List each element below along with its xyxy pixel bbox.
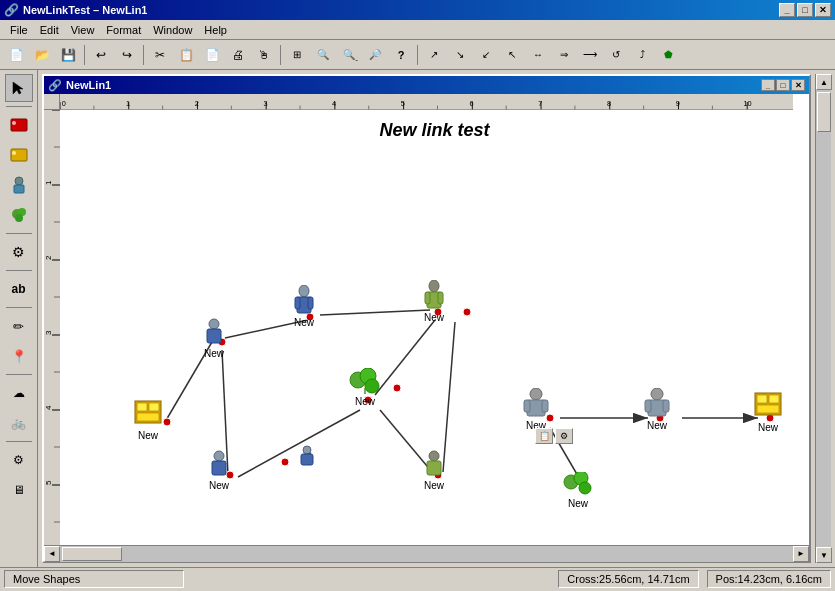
- node-n10[interactable]: New: [643, 388, 671, 431]
- link-tool-5[interactable]: ⤴: [630, 43, 654, 67]
- cloud-tool-button[interactable]: ☁: [5, 379, 33, 407]
- doc-maximize-button[interactable]: □: [776, 79, 790, 91]
- node-n1[interactable]: New: [203, 318, 225, 359]
- svg-rect-107: [427, 461, 441, 475]
- link-tool-4[interactable]: ↺: [604, 43, 628, 67]
- scroll-left-button[interactable]: ◄: [44, 546, 60, 562]
- arrow-tool-1[interactable]: ↗: [422, 43, 446, 67]
- canvas-drawing-area[interactable]: New link test: [60, 110, 809, 545]
- link-tool-3[interactable]: ⟶: [578, 43, 602, 67]
- text-tool-button[interactable]: ab: [5, 275, 33, 303]
- node-n9-toolbar: 📋 ⚙: [535, 428, 573, 444]
- svg-point-108: [209, 319, 219, 329]
- paste-button[interactable]: 📄: [200, 43, 224, 67]
- undo-button[interactable]: ↩: [89, 43, 113, 67]
- svg-rect-95: [308, 297, 313, 309]
- pencil-tool-button[interactable]: ✏: [5, 312, 33, 340]
- scroll-thumb[interactable]: [62, 547, 122, 561]
- node-n5[interactable]: [298, 445, 316, 469]
- svg-rect-94: [295, 297, 300, 309]
- gear-tool-button[interactable]: ⚙: [5, 238, 33, 266]
- menu-format[interactable]: Format: [100, 22, 147, 38]
- svg-text:1: 1: [126, 99, 130, 108]
- node-toolbar-btn-1[interactable]: 📋: [535, 428, 553, 444]
- node-n6[interactable]: New: [348, 368, 382, 407]
- node-toolbar-btn-2[interactable]: ⚙: [555, 428, 573, 444]
- print-button[interactable]: 🖨: [226, 43, 250, 67]
- monitor-tool-button[interactable]: 🖥: [5, 476, 33, 504]
- save-button[interactable]: 💾: [56, 43, 80, 67]
- document-title-bar: 🔗 NewLin1 _ □ ✕: [44, 76, 809, 94]
- svg-rect-91: [137, 413, 159, 421]
- scroll-v-thumb[interactable]: [817, 92, 831, 132]
- menu-file[interactable]: File: [4, 22, 34, 38]
- svg-line-63: [375, 320, 435, 395]
- menu-window[interactable]: Window: [147, 22, 198, 38]
- node-n4[interactable]: New: [208, 450, 230, 491]
- svg-rect-9: [60, 95, 793, 110]
- svg-point-92: [299, 285, 309, 297]
- zoom-out-button[interactable]: 🔍-: [337, 43, 361, 67]
- arrow-tool-2[interactable]: ↘: [448, 43, 472, 67]
- svg-point-86: [281, 458, 289, 466]
- bike-tool-button[interactable]: 🚲: [5, 409, 33, 437]
- shape-tool-1[interactable]: ⬟: [656, 43, 680, 67]
- menu-help[interactable]: Help: [198, 22, 233, 38]
- redo-button[interactable]: ↪: [115, 43, 139, 67]
- copy-button[interactable]: 📋: [174, 43, 198, 67]
- close-button[interactable]: ✕: [815, 3, 831, 17]
- open-button[interactable]: 📂: [30, 43, 54, 67]
- node-n9[interactable]: New: [522, 388, 550, 431]
- node-n11[interactable]: New: [754, 392, 782, 433]
- svg-point-8: [15, 214, 23, 222]
- svg-text:4: 4: [332, 99, 336, 108]
- scroll-down-button[interactable]: ▼: [816, 547, 832, 563]
- link-tool-2[interactable]: ⇒: [552, 43, 576, 67]
- arrow-tool-4[interactable]: ↖: [500, 43, 524, 67]
- fit-button[interactable]: 🔎: [363, 43, 387, 67]
- menu-edit[interactable]: Edit: [34, 22, 65, 38]
- node-n2-label: New: [293, 317, 315, 328]
- pin-tool-button[interactable]: 📍: [5, 342, 33, 370]
- doc-close-button[interactable]: ✕: [791, 79, 805, 91]
- svg-point-84: [393, 384, 401, 392]
- svg-text:2: 2: [195, 99, 199, 108]
- svg-rect-5: [14, 185, 24, 193]
- node-n3[interactable]: New: [423, 280, 445, 323]
- status-bar: Move Shapes Cross:25.56cm, 14.71cm Pos:1…: [0, 567, 835, 589]
- plant-node-button[interactable]: [5, 201, 33, 229]
- zoom-in-button[interactable]: 🔍: [311, 43, 335, 67]
- ruler-corner: [44, 94, 60, 110]
- red-node-button[interactable]: [5, 111, 33, 139]
- left-toolbar-sep-1: [6, 106, 32, 107]
- svg-text:9: 9: [676, 99, 680, 108]
- menu-view[interactable]: View: [65, 22, 101, 38]
- ruler-vertical: 0 1 2 3 4 5: [44, 110, 60, 529]
- scroll-v-track[interactable]: [816, 90, 831, 547]
- node-n8[interactable]: New: [134, 400, 162, 441]
- grid-button[interactable]: ⊞: [285, 43, 309, 67]
- node-n12[interactable]: New: [563, 472, 593, 509]
- svg-line-62: [320, 310, 430, 315]
- select-tool-button[interactable]: [5, 74, 33, 102]
- node-n7[interactable]: New: [423, 450, 445, 491]
- maximize-button[interactable]: □: [797, 3, 813, 17]
- node-n10-label: New: [643, 420, 671, 431]
- link-tool-1[interactable]: ↔: [526, 43, 550, 67]
- new-button[interactable]: 📄: [4, 43, 28, 67]
- scroll-up-button[interactable]: ▲: [816, 74, 832, 90]
- cut-button[interactable]: ✂: [148, 43, 172, 67]
- help-button[interactable]: ?: [389, 43, 413, 67]
- minimize-button[interactable]: _: [779, 3, 795, 17]
- blue-node-button[interactable]: [5, 171, 33, 199]
- scroll-right-button[interactable]: ►: [793, 546, 809, 562]
- yellow-node-button[interactable]: [5, 141, 33, 169]
- svg-rect-116: [645, 400, 651, 412]
- node-n2[interactable]: New: [293, 285, 315, 328]
- arrow-tool-3[interactable]: ↙: [474, 43, 498, 67]
- pointer-button[interactable]: 🖱: [252, 43, 276, 67]
- settings-tool-button[interactable]: ⚙: [5, 446, 33, 474]
- document-window: 🔗 NewLin1 _ □ ✕ 0: [42, 74, 811, 563]
- doc-minimize-button[interactable]: _: [761, 79, 775, 91]
- scroll-track[interactable]: [60, 546, 793, 562]
